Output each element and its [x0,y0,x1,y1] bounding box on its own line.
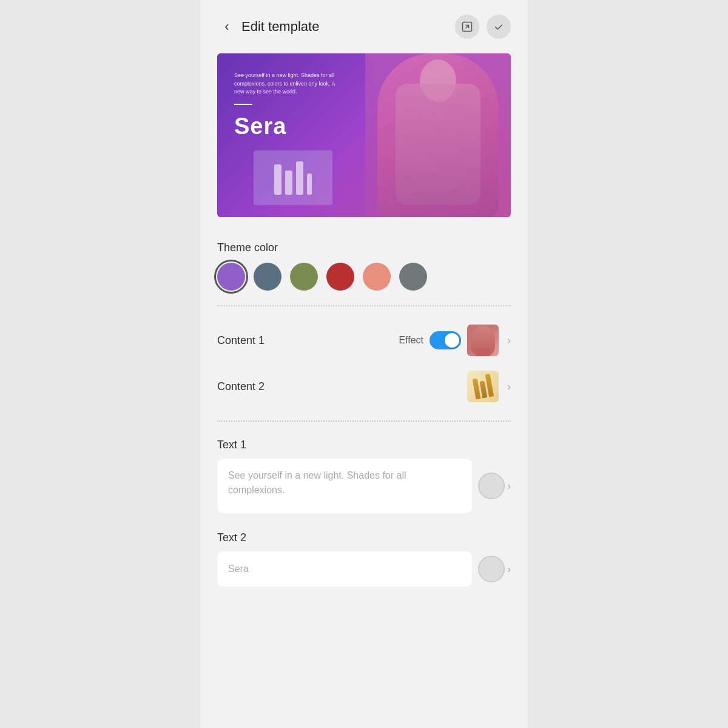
header-left: ‹ Edit template [217,17,319,36]
content-2-label: Content 2 [217,380,265,393]
text-1-right-group: › [478,473,511,499]
color-swatch-peach[interactable] [363,263,391,291]
content-1-effect-toggle[interactable] [430,331,461,349]
thumb-cosmetics-image [467,371,499,402]
export-icon [461,21,473,33]
banner-model-area [365,53,511,217]
cosmetic-4 [307,174,312,195]
color-swatch-purple[interactable] [217,263,245,291]
content-2-chevron[interactable]: › [507,380,511,393]
content-1-label: Content 1 [217,334,265,347]
back-icon: ‹ [224,19,229,35]
banner-subtitle: See yourself in a new light. Shades for … [234,72,337,96]
cosmetic-2 [285,170,292,195]
color-swatch-red[interactable] [326,263,354,291]
text-2-label: Text 2 [217,531,511,544]
header-right [455,15,511,39]
content-2-right: › [467,371,511,402]
cosmetic-3 [296,161,303,195]
cosmetic-1 [274,164,281,195]
color-swatches [217,263,511,291]
text-1-chevron[interactable]: › [507,480,511,493]
text-1-value: See yourself in a new light. Shades for … [228,468,461,497]
model-body [396,84,480,205]
banner-cosmetics [254,150,332,205]
page-title: Edit template [241,19,319,35]
model-face [471,325,495,356]
cosmetics-box [254,150,332,205]
theme-color-section: Theme color [200,229,528,300]
color-swatch-gray[interactable] [399,263,427,291]
toggle-1-knob [445,333,459,348]
content-1-effect-label: Effect [399,335,423,346]
header: ‹ Edit template [200,0,528,49]
model-neck [476,348,490,356]
divider-1 [217,305,511,306]
content-1-thumbnail[interactable] [467,325,499,356]
banner-title: Sera [234,113,337,140]
thumb-model-image [467,325,499,356]
color-swatch-slate[interactable] [254,263,281,291]
theme-color-label: Theme color [217,241,511,254]
phone-container: ‹ Edit template See yourself in a new [200,0,528,728]
content-1-chevron[interactable]: › [507,334,511,347]
text-1-input-box[interactable]: See yourself in a new light. Shades for … [217,459,472,513]
text-1-input-row: See yourself in a new light. Shades for … [217,459,511,513]
back-button[interactable]: ‹ [217,17,237,36]
export-button[interactable] [455,15,479,39]
color-swatch-olive[interactable] [290,263,318,291]
text-1-section: Text 1 See yourself in a new light. Shad… [200,426,528,519]
model-silhouette [377,53,499,217]
text-2-right-group: › [478,556,511,582]
preview-banner: See yourself in a new light. Shades for … [217,53,511,217]
content-2-row: Content 2 › [217,363,511,410]
text-2-section: Text 2 Sera › [200,519,528,593]
banner-text-area: See yourself in a new light. Shades for … [234,72,337,140]
text-1-color-button[interactable] [478,473,505,499]
banner-divider [234,104,252,105]
cosmetics-items [274,161,312,195]
text-1-label: Text 1 [217,439,511,451]
text-2-input-box[interactable]: Sera [217,551,472,587]
text-2-chevron[interactable]: › [507,563,511,576]
divider-2 [217,420,511,422]
check-icon [493,21,505,33]
content-1-row: Content 1 Effect › [217,317,511,363]
text-2-color-button[interactable] [478,556,505,582]
text-2-value: Sera [228,562,249,576]
content-1-right: Effect › [399,325,511,356]
confirm-button[interactable] [487,15,511,39]
content-2-thumbnail[interactable] [467,371,499,402]
text-2-input-row: Sera › [217,551,511,587]
content-section: Content 1 Effect › Conten [200,311,528,416]
